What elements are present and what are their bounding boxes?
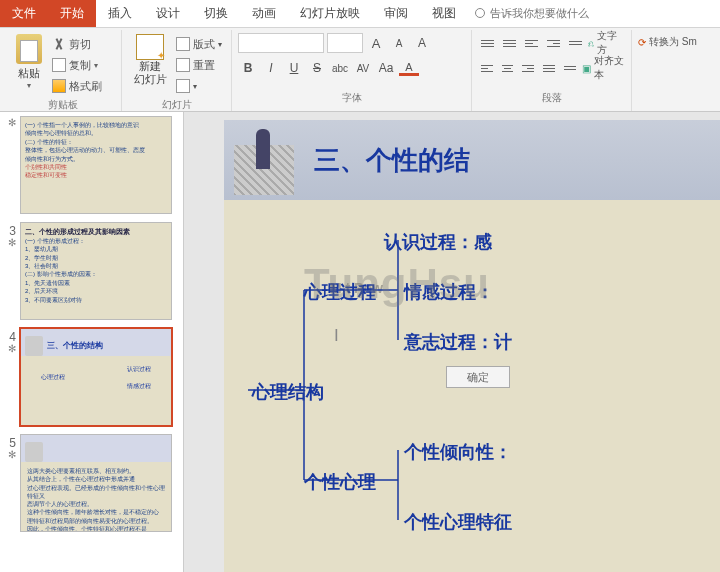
columns-button[interactable] [561, 58, 579, 78]
slide-canvas[interactable]: 三、个性的结 认识过程：感 M t Pow 心理过程 情感过程： 意志过程：计 … [184, 112, 720, 572]
new-slide-icon [136, 34, 164, 60]
font-color-button[interactable]: A [399, 58, 419, 78]
group-clipboard-label: 剪贴板 [10, 96, 115, 118]
case-button[interactable]: Aa [376, 58, 396, 78]
increase-indent-button[interactable] [544, 33, 563, 53]
reset-button[interactable]: 重置 [176, 55, 222, 75]
align-center-button[interactable] [499, 58, 517, 78]
label-cognition: 认识过程：感 [384, 230, 492, 254]
decrease-indent-button[interactable] [522, 33, 541, 53]
copy-icon [52, 58, 66, 72]
strike-button[interactable]: S [307, 58, 327, 78]
group-paragraph-label: 段落 [478, 89, 625, 111]
bulb-icon [474, 8, 486, 20]
paste-icon [16, 34, 42, 64]
group-font-label: 字体 [238, 89, 465, 111]
format-painter-button[interactable]: 格式刷 [52, 76, 102, 96]
layout-button[interactable]: 版式▾ [176, 34, 222, 54]
slide-thumbnails-panel[interactable]: ✻ (一) 个性指一个人事例的，比较独地的意识 倾向性与心理特征的总和。 (二)… [0, 112, 184, 572]
thumb-number: 5✻ [2, 434, 16, 460]
paste-label: 粘贴 [18, 66, 40, 81]
person-illustration [234, 125, 294, 195]
menu-home[interactable]: 开始 [48, 0, 96, 27]
align-left-button[interactable] [478, 58, 496, 78]
cut-button[interactable]: 剪切 [52, 34, 102, 54]
paste-button[interactable]: 粘贴 ▾ [10, 32, 48, 96]
slide-thumb-3[interactable]: 二、个性的形成过程及其影响因素 (一) 个性的形成过程： 1、婴幼儿期 2、学生… [20, 222, 172, 320]
align-right-button[interactable] [519, 58, 537, 78]
menu-insert[interactable]: 插入 [96, 0, 144, 27]
menu-slideshow[interactable]: 幻灯片放映 [288, 0, 372, 27]
menu-review[interactable]: 审阅 [372, 0, 420, 27]
slide-thumb-5[interactable]: 这两大类心理要素相互联系、相互制约。 从其结合上，个性在心理过程中形成并通 过心… [20, 434, 172, 532]
brush-icon [52, 79, 66, 93]
thumb-number: 3✻ [2, 222, 16, 248]
slide-thumb-2[interactable]: (一) 个性指一个人事例的，比较独地的意识 倾向性与心理特征的总和。 (二) 个… [20, 116, 172, 214]
menu-file[interactable]: 文件 [0, 0, 48, 27]
shadow-button[interactable]: abc [330, 58, 350, 78]
thumb-number: 4✻ [2, 328, 16, 354]
bold-button[interactable]: B [238, 58, 258, 78]
line-spacing-button[interactable] [566, 33, 585, 53]
reset-icon [176, 58, 190, 72]
spacing-button[interactable]: AV [353, 58, 373, 78]
numbering-button[interactable] [500, 33, 519, 53]
scissors-icon [52, 37, 66, 51]
justify-button[interactable] [540, 58, 558, 78]
text-direction-button[interactable]: ⎌文字方 [588, 33, 625, 53]
grow-font-button[interactable]: A [366, 33, 386, 53]
italic-button[interactable]: I [261, 58, 281, 78]
menu-transition[interactable]: 切换 [192, 0, 240, 27]
font-size-dropdown[interactable] [327, 33, 363, 53]
slide-title: 三、个性的结 [314, 143, 470, 178]
ok-button[interactable]: 确定 [446, 366, 510, 388]
tell-me[interactable]: 告诉我你想要做什么 [474, 0, 589, 27]
font-color-swatch [399, 73, 419, 76]
shrink-font-button[interactable]: A [389, 33, 409, 53]
text-cursor-icon: Ⅰ [334, 326, 339, 345]
current-slide[interactable]: 三、个性的结 认识过程：感 M t Pow 心理过程 情感过程： 意志过程：计 … [224, 120, 720, 572]
menu-design[interactable]: 设计 [144, 0, 192, 27]
label-psych-structure: 心理结构 [252, 380, 324, 404]
label-individual-psych: 个性心理 [304, 470, 376, 494]
person-icon [25, 442, 43, 462]
tell-me-label: 告诉我你想要做什么 [490, 6, 589, 21]
menu-animation[interactable]: 动画 [240, 0, 288, 27]
label-emotion: 情感过程： [404, 280, 494, 304]
label-will: 意志过程：计 [404, 330, 512, 354]
align-text-button[interactable]: ▣对齐文本 [582, 58, 625, 78]
font-family-dropdown[interactable] [238, 33, 324, 53]
clear-format-button[interactable]: A [412, 33, 432, 53]
section-button[interactable]: ▾ [176, 76, 222, 96]
copy-button[interactable]: 复制▾ [52, 55, 102, 75]
underline-button[interactable]: U [284, 58, 304, 78]
slide-thumb-4[interactable]: 三、个性的结构 认识过程 心理过程 情感过程 [20, 328, 172, 426]
label-tendency: 个性倾向性： [404, 440, 512, 464]
new-slide-button[interactable]: 新建 幻灯片 [128, 32, 172, 96]
bullets-button[interactable] [478, 33, 497, 53]
label-psych-process: 心理过程 [304, 280, 376, 304]
section-icon [176, 79, 190, 93]
menu-view[interactable]: 视图 [420, 0, 468, 27]
convert-smartart-button[interactable]: ⟳转换为 Sm [638, 32, 706, 52]
label-traits: 个性心理特征 [404, 510, 512, 534]
person-icon [25, 336, 43, 356]
layout-icon [176, 37, 190, 51]
